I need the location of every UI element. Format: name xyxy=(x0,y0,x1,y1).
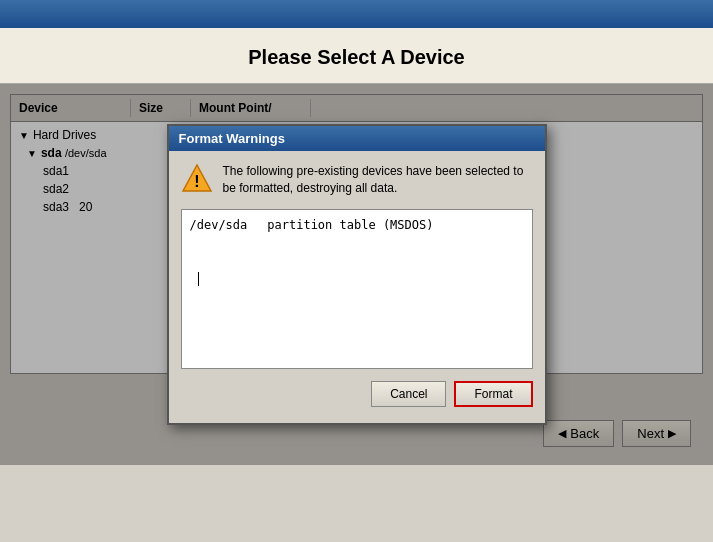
modal-overlay: Format Warnings ! The following pre-exis… xyxy=(0,84,713,465)
svg-text:!: ! xyxy=(194,173,199,190)
text-cursor xyxy=(198,272,199,286)
cancel-button[interactable]: Cancel xyxy=(371,381,446,407)
modal-warning-row: ! The following pre-existing devices hav… xyxy=(181,163,533,197)
main-content: Device Size Mount Point/ ▼ Hard Drives ▼… xyxy=(0,84,713,465)
warning-icon: ! xyxy=(181,163,213,195)
modal-titlebar: Format Warnings xyxy=(169,126,545,151)
modal-device-line: /dev/sda partition table (MSDOS) xyxy=(190,218,524,232)
modal-buttons: Cancel Format xyxy=(181,381,533,411)
format-warnings-modal: Format Warnings ! The following pre-exis… xyxy=(167,124,547,425)
top-bar xyxy=(0,0,713,28)
modal-title: Format Warnings xyxy=(179,131,285,146)
page-title: Please Select A Device xyxy=(0,46,713,69)
modal-warning-text: The following pre-existing devices have … xyxy=(223,163,533,197)
modal-device-desc: partition table (MSDOS) xyxy=(267,218,433,232)
format-button[interactable]: Format xyxy=(454,381,532,407)
page-title-area: Please Select A Device xyxy=(0,28,713,84)
modal-content-box: /dev/sda partition table (MSDOS) xyxy=(181,209,533,369)
modal-body: ! The following pre-existing devices hav… xyxy=(169,151,545,423)
modal-device-entry: /dev/sda xyxy=(190,218,248,232)
